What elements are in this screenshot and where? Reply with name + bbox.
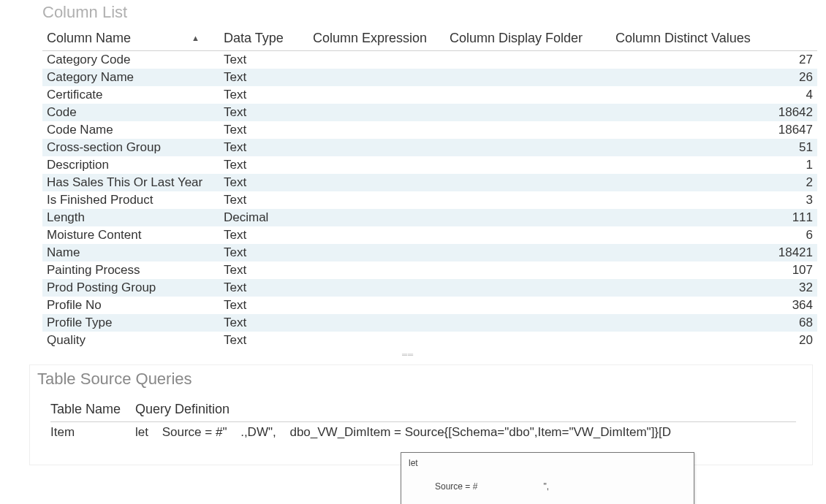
column-name-cell: Prod Posting Group [42,279,219,297]
column-distinct-values-cell: 27 [611,51,817,69]
column-expression-cell [308,314,445,332]
data-type-cell: Text [219,51,308,69]
column-name-cell: Quality [42,332,219,349]
table-row[interactable]: CodeText18642 [42,104,817,121]
data-type-cell: Text [219,279,308,297]
column-display-folder-cell [445,297,611,314]
column-name-cell: Certificate [42,86,219,104]
data-type-cell: Text [219,297,308,314]
data-type-cell: Text [219,332,308,349]
column-distinct-values-cell: 3 [611,191,817,209]
table-row[interactable]: DescriptionText1 [42,156,817,174]
table-row[interactable]: Prod Posting GroupText32 [42,279,817,297]
table-row[interactable]: Profile NoText364 [42,297,817,314]
column-name-cell: Category Code [42,51,219,69]
data-type-cell: Text [219,104,308,121]
column-name-cell: Code [42,104,219,121]
column-display-folder-cell [445,51,611,69]
qdef-let: let [135,425,159,439]
table-row[interactable]: Has Sales This Or Last YearText2 [42,174,817,191]
column-list-table-wrap: Column Name ▲ Data Type Column Expressio… [42,28,773,359]
column-display-folder-cell [445,332,611,349]
data-type-cell: Text [219,191,308,209]
table-row[interactable]: Profile TypeText68 [42,314,817,332]
data-type-cell: Text [219,226,308,244]
column-expression-cell [308,104,445,121]
column-distinct-values-cell: 6 [611,226,817,244]
data-type-cell: Text [219,139,308,156]
table-row[interactable]: CertificateText4 [42,86,817,104]
column-distinct-values-cell: 68 [611,314,817,332]
data-type-cell: Text [219,174,308,191]
query-definition-cell: let Source = #" .,DW", dbo_VW_DimItem = … [135,422,796,443]
column-distinct-values-cell: 32 [611,279,817,297]
header-column-distinct-values[interactable]: Column Distinct Values [611,28,817,51]
column-display-folder-cell [445,104,611,121]
table-row[interactable]: Is Finished ProductText3 [42,191,817,209]
header-column-expression[interactable]: Column Expression [308,28,445,51]
column-distinct-values-cell: 26 [611,69,817,86]
table-row[interactable]: Code NameText18647 [42,121,817,139]
column-name-cell: Name [42,244,219,261]
column-expression-cell [308,279,445,297]
table-row[interactable]: Moisture ContentText6 [42,226,817,244]
query-row[interactable]: Item let Source = #" .,DW", dbo_VW_DimIt… [50,422,796,443]
column-distinct-values-cell: 2 [611,174,817,191]
column-expression-cell [308,174,445,191]
table-row[interactable]: Painting ProcessText107 [42,261,817,279]
data-type-cell: Decimal [219,209,308,226]
data-type-cell: Text [219,121,308,139]
queries-table: Table Name Query Definition Item let Sou… [50,399,796,443]
table-row[interactable]: Category NameText26 [42,69,817,86]
data-type-cell: Text [219,69,308,86]
column-name-cell: Profile Type [42,314,219,332]
table-row[interactable]: Category CodeText27 [42,51,817,69]
query-definition-tooltip: let Source = #", dbo_VW_DimItem = Source… [401,452,694,465]
column-expression-cell [308,261,445,279]
qdef-dbo: dbo_VW_DimItem = Source{[Schema="dbo",It… [289,425,681,439]
data-type-cell: Text [219,86,308,104]
data-type-cell: Text [219,244,308,261]
column-display-folder-cell [445,139,611,156]
header-column-display-folder[interactable]: Column Display Folder [445,28,611,51]
queries-title: Table Source Queries [37,370,812,389]
column-expression-cell [308,51,445,69]
column-distinct-values-cell: 18647 [611,121,817,139]
header-column-name[interactable]: Column Name ▲ [42,28,219,51]
column-expression-cell [308,69,445,86]
qdef-dw: .,DW", [240,425,287,439]
column-name-cell: Description [42,156,219,174]
column-display-folder-cell [445,191,611,209]
column-name-cell: Moisture Content [42,226,219,244]
table-source-queries-section: Table Source Queries Table Name Query De… [29,364,813,465]
column-distinct-values-cell: 51 [611,139,817,156]
column-display-folder-cell [445,156,611,174]
column-display-folder-cell [445,244,611,261]
column-distinct-values-cell: 111 [611,209,817,226]
column-display-folder-cell [445,86,611,104]
header-data-type[interactable]: Data Type [219,28,308,51]
column-name-cell: Length [42,209,219,226]
column-expression-cell [308,244,445,261]
column-distinct-values-cell: 107 [611,261,817,279]
table-row[interactable]: NameText18421 [42,244,817,261]
column-name-cell: Profile No [42,297,219,314]
column-expression-cell [308,297,445,314]
column-distinct-values-cell: 20 [611,332,817,349]
column-list-title: Column List [42,3,826,22]
table-row[interactable]: QualityText20 [42,332,817,349]
resize-grip-icon[interactable]: ══ [42,351,773,359]
table-row[interactable]: Cross-section GroupText51 [42,139,817,156]
header-query-definition[interactable]: Query Definition [135,399,796,422]
header-table-name[interactable]: Table Name [50,399,135,422]
table-row[interactable]: LengthDecimal111 [42,209,817,226]
column-display-folder-cell [445,314,611,332]
column-name-cell: Painting Process [42,261,219,279]
data-type-cell: Text [219,156,308,174]
column-distinct-values-cell: 18642 [611,104,817,121]
column-name-cell: Code Name [42,121,219,139]
column-display-folder-cell [445,261,611,279]
query-table-name-cell: Item [50,422,135,443]
tooltip-line: let [409,457,686,465]
data-type-cell: Text [219,261,308,279]
